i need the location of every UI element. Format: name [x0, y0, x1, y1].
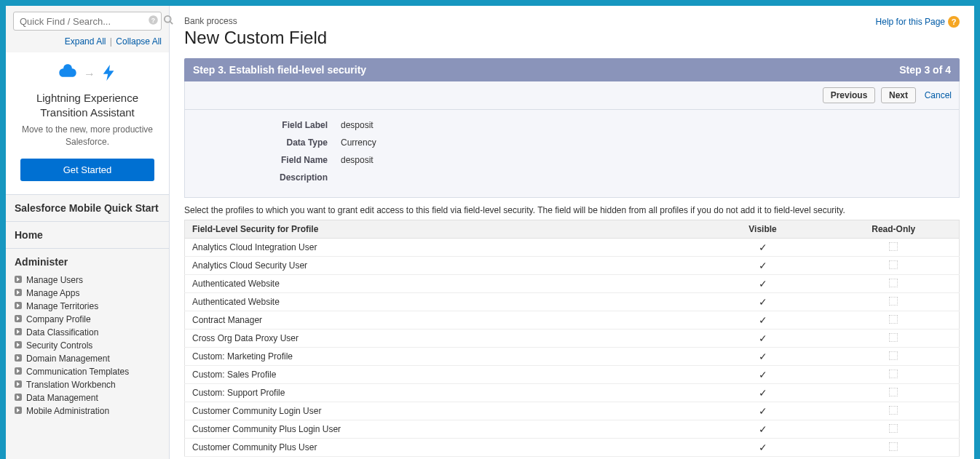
unchecked-icon: [889, 424, 898, 433]
cloud-icon: [58, 63, 78, 85]
profile-name: Custom: Support Profile: [185, 384, 698, 402]
sidebar-item[interactable]: Manage Apps: [15, 287, 160, 300]
readonly-checkbox[interactable]: [829, 439, 960, 457]
sidebar-item[interactable]: Data Management: [15, 391, 160, 404]
chevron-right-icon: [15, 276, 22, 283]
sidebar: ? Expand All | Collapse All →: [6, 6, 170, 459]
check-icon: ✓: [759, 369, 767, 380]
visible-checkbox[interactable]: ✓: [698, 275, 829, 293]
profile-name: Analytics Cloud Integration User: [185, 239, 698, 257]
sidebar-item-label[interactable]: Manage Apps: [26, 288, 79, 298]
sidebar-item[interactable]: Company Profile: [15, 313, 160, 326]
readonly-checkbox[interactable]: [829, 257, 960, 275]
visible-checkbox[interactable]: ✓: [698, 366, 829, 384]
promo-subtitle: Move to the new, more productive Salesfo…: [15, 124, 160, 148]
check-icon: ✓: [759, 296, 767, 308]
check-icon: ✓: [759, 351, 767, 362]
chevron-right-icon: [15, 289, 22, 296]
sidebar-item[interactable]: Domain Management: [15, 352, 160, 365]
visible-checkbox[interactable]: ✓: [698, 348, 829, 366]
check-icon: ✓: [759, 242, 767, 253]
description-val: [335, 169, 382, 185]
cancel-link[interactable]: Cancel: [925, 90, 952, 100]
profile-name: Custom: Sales Profile: [185, 366, 698, 384]
expand-all-link[interactable]: Expand All: [65, 36, 106, 47]
readonly-checkbox[interactable]: [829, 330, 960, 348]
readonly-checkbox[interactable]: [829, 420, 960, 439]
readonly-checkbox[interactable]: [829, 384, 960, 402]
sidebar-item[interactable]: Translation Workbench: [15, 378, 160, 391]
unchecked-icon: [889, 442, 898, 451]
previous-button[interactable]: Previous: [823, 87, 876, 103]
sidebar-item[interactable]: Manage Users: [15, 274, 160, 287]
sidebar-item-label[interactable]: Translation Workbench: [26, 380, 116, 390]
sidebar-home[interactable]: Home: [6, 222, 169, 249]
th-visible: Visible: [698, 220, 829, 239]
field-name-val: desposit: [335, 152, 382, 168]
sidebar-item-label[interactable]: Company Profile: [26, 314, 91, 324]
get-started-button[interactable]: Get Started: [20, 159, 154, 181]
readonly-checkbox[interactable]: [829, 366, 960, 384]
help-for-page-link[interactable]: Help for this Page ?: [876, 16, 960, 28]
unchecked-icon: [889, 315, 898, 324]
unchecked-icon: [889, 406, 898, 415]
readonly-checkbox[interactable]: [829, 402, 960, 420]
help-circle-icon[interactable]: ?: [148, 15, 159, 28]
data-type-lbl: Data Type: [195, 135, 333, 151]
sidebar-item-label[interactable]: Data Classification: [26, 327, 98, 338]
visible-checkbox[interactable]: ✓: [698, 439, 829, 457]
chevron-right-icon: [15, 394, 22, 401]
visible-checkbox[interactable]: ✓: [698, 402, 829, 420]
unchecked-icon: [889, 260, 898, 269]
sidebar-item[interactable]: Data Classification: [15, 326, 160, 339]
promo-card: → Lightning Experience Transition Assist…: [6, 52, 169, 195]
readonly-checkbox[interactable]: [829, 275, 960, 293]
field-name-lbl: Field Name: [195, 152, 333, 168]
readonly-checkbox[interactable]: [829, 239, 960, 257]
promo-title: Lightning Experience Transition Assistan…: [15, 91, 160, 119]
visible-checkbox[interactable]: ✓: [698, 293, 829, 311]
visible-checkbox[interactable]: ✓: [698, 239, 829, 257]
sidebar-item-label[interactable]: Communication Templates: [26, 367, 129, 377]
sidebar-item-label[interactable]: Mobile Administration: [26, 406, 109, 416]
profile-name: Customer Community Plus Login User: [185, 420, 698, 439]
visible-checkbox[interactable]: ✓: [698, 311, 829, 330]
mobile-quick-start[interactable]: Salesforce Mobile Quick Start: [6, 195, 169, 222]
chevron-right-icon: [15, 367, 22, 375]
sidebar-item-label[interactable]: Manage Territories: [26, 301, 98, 311]
visible-checkbox[interactable]: ✓: [698, 257, 829, 275]
sidebar-item[interactable]: Manage Territories: [15, 300, 160, 313]
sidebar-item-label[interactable]: Domain Management: [26, 354, 110, 364]
step-bar: Step 3. Establish field-level security S…: [184, 58, 960, 81]
table-row: Custom: Sales Profile✓: [185, 366, 960, 384]
table-row: Customer Community Plus Login User✓: [185, 420, 960, 439]
visible-checkbox[interactable]: ✓: [698, 330, 829, 348]
readonly-checkbox[interactable]: [829, 348, 960, 366]
collapse-all-link[interactable]: Collapse All: [116, 36, 162, 47]
sidebar-item-label[interactable]: Security Controls: [26, 340, 92, 351]
check-icon: ✓: [759, 423, 767, 435]
readonly-checkbox[interactable]: [829, 293, 960, 311]
quick-find-input[interactable]: [14, 13, 148, 30]
sidebar-item[interactable]: Security Controls: [15, 339, 160, 352]
table-row: Analytics Cloud Integration User✓: [185, 239, 960, 257]
quick-find-wrapper: ?: [13, 12, 162, 31]
next-button[interactable]: Next: [881, 87, 916, 103]
mobile-quick-start-label: Salesforce Mobile Quick Start: [15, 202, 160, 214]
readonly-checkbox[interactable]: [829, 311, 960, 330]
visible-checkbox[interactable]: ✓: [698, 384, 829, 402]
svg-text:?: ?: [151, 17, 155, 24]
sidebar-item-label[interactable]: Manage Users: [26, 275, 83, 285]
main-content: Bank process New Custom Field Help for t…: [170, 6, 974, 459]
step-bar-left: Step 3. Establish field-level security: [193, 64, 366, 76]
sidebar-item-label[interactable]: Data Management: [26, 393, 98, 403]
sidebar-item[interactable]: Communication Templates: [15, 365, 160, 378]
table-row: Customer Community Plus User✓: [185, 439, 960, 457]
visible-checkbox[interactable]: ✓: [698, 420, 829, 439]
data-type-val: Currency: [335, 135, 382, 151]
profile-name: Customer Community Login User: [185, 402, 698, 420]
sidebar-item[interactable]: Mobile Administration: [15, 404, 160, 418]
table-row: Cross Org Data Proxy User✓: [185, 330, 960, 348]
check-icon: ✓: [759, 442, 767, 453]
table-row: Custom: Support Profile✓: [185, 384, 960, 402]
